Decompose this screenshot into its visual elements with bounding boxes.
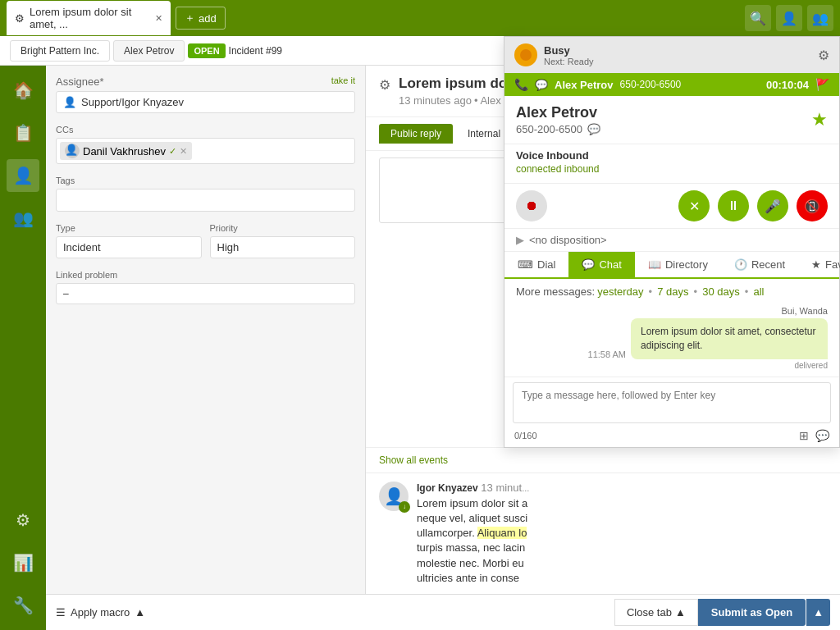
chat-bubble: Lorem ipsum dolor sit amet, consectetur … xyxy=(631,318,828,359)
30days-link[interactable]: 30 days xyxy=(702,285,740,298)
take-it-link[interactable]: take it xyxy=(331,75,355,88)
ccs-group: CCs 👤 Danil Vakhrushev ✓ ✕ xyxy=(56,125,355,164)
chat-content: More messages: yesterday • 7 days • 30 d… xyxy=(504,279,839,377)
highlight-text: Aliquam lo xyxy=(477,527,527,539)
alex-petrov-btn[interactable]: Alex Petrov xyxy=(113,40,185,62)
submit-dropdown-icon: ▲ xyxy=(813,606,824,619)
phone-icon: 📞 xyxy=(514,78,528,91)
chat-msg-time: 11:58 AM xyxy=(588,349,626,359)
next-status-text: Next: Ready xyxy=(544,57,594,66)
panel-tabs: ⌨ Dial 💬 Chat 📖 Directory 🕐 Recent ★ Fav… xyxy=(504,252,839,279)
sidebar-settings-gear-icon[interactable]: ⚙ xyxy=(7,504,39,536)
disposition-text: <no disposition> xyxy=(529,234,607,246)
priority-input[interactable]: High xyxy=(210,236,356,258)
mute-button[interactable]: 🎤 xyxy=(757,190,788,221)
close-chevron-icon: ▲ xyxy=(675,606,686,619)
cc-check-icon: ✓ xyxy=(169,146,176,157)
submit-button[interactable]: Submit as Open xyxy=(698,599,806,626)
reject-button[interactable]: ✕ xyxy=(678,190,710,221)
caller-number-bar: 650-200-6500 xyxy=(620,79,682,90)
type-label: Type xyxy=(56,223,202,233)
macro-arrow-icon: ▲ xyxy=(135,606,145,619)
priority-value: High xyxy=(217,241,240,253)
add-label: add xyxy=(199,12,217,25)
chat-delivered: delivered xyxy=(516,361,828,370)
apply-macro-label: Apply macro xyxy=(71,606,130,619)
tags-group: Tags xyxy=(56,176,355,212)
tab-title: Lorem ipsum dolor sit amet, ... xyxy=(30,6,150,30)
voice-inbound: Voice Inbound connected inbound xyxy=(504,144,839,184)
message-input[interactable] xyxy=(513,382,831,423)
chat-msg-row: 11:58 AM Lorem ipsum dolor sit amet, con… xyxy=(516,318,828,359)
sidebar-list-icon[interactable]: 📋 xyxy=(7,116,39,149)
assignee-input[interactable]: 👤 Support/Igor Knyazev xyxy=(56,91,355,113)
sidebar-contact-icon[interactable]: 👥 xyxy=(7,202,39,235)
convo-gear-icon[interactable]: ⚙ xyxy=(379,77,390,93)
7days-link[interactable]: 7 days xyxy=(657,285,688,298)
sidebar-home-icon[interactable]: 🏠 xyxy=(7,74,39,107)
sidebar-admin-icon[interactable]: 🔧 xyxy=(7,589,39,622)
cc-area[interactable]: 👤 Danil Vakhrushev ✓ ✕ xyxy=(56,138,355,164)
bottom-right-actions: Close tab ▲ Submit as Open ▲ xyxy=(614,599,830,626)
open-badge: OPEN xyxy=(188,43,225,58)
apply-macro-button[interactable]: ☰ Apply macro ▲ xyxy=(56,606,145,619)
hangup-button[interactable]: 📵 xyxy=(797,190,828,221)
pause-button[interactable]: ⏸ xyxy=(718,190,749,221)
panel-gear-icon[interactable]: ⚙ xyxy=(818,48,829,63)
chat-icon: 💬 xyxy=(535,79,548,91)
linked-input[interactable] xyxy=(56,283,355,304)
message-input-area: 0/160 ⊞ 💬 xyxy=(504,377,839,447)
incident-label: Incident #99 xyxy=(229,45,282,57)
list-icon: ☰ xyxy=(56,606,66,619)
contact-number: 650-200-6500 💬 xyxy=(516,123,600,135)
cc-remove-icon[interactable]: ✕ xyxy=(180,146,187,157)
type-input[interactable]: Incident xyxy=(56,236,202,258)
add-button[interactable]: ＋ add xyxy=(176,7,226,30)
directory-book-icon: 📖 xyxy=(648,258,661,271)
top-icons: 🔍 👤 👥 xyxy=(745,5,833,31)
submit-arrow-button[interactable]: ▲ xyxy=(806,599,830,626)
sidebar-chart-icon[interactable]: 📊 xyxy=(7,546,39,579)
top-bar: ⚙ Lorem ipsum dolor sit amet, ... ✕ ＋ ad… xyxy=(0,0,840,36)
emoji-button[interactable]: 💬 xyxy=(815,429,829,442)
assignee-label: Assignee* take it xyxy=(56,75,355,88)
profile-icon[interactable]: 👥 xyxy=(807,5,833,31)
priority-group: Priority High xyxy=(210,223,356,258)
attachment-button[interactable]: ⊞ xyxy=(799,429,809,442)
plus-icon: ＋ xyxy=(185,11,195,25)
tags-input[interactable] xyxy=(56,189,355,212)
tab-directory[interactable]: 📖 Directory xyxy=(635,252,721,279)
active-tab[interactable]: ⚙ Lorem ipsum dolor sit amet, ... ✕ xyxy=(7,1,171,35)
user-icon: 👤 xyxy=(63,96,76,108)
close-tab-icon[interactable]: ✕ xyxy=(155,13,162,24)
yesterday-link[interactable]: yesterday xyxy=(597,285,643,298)
favorite-star-icon[interactable]: ★ xyxy=(811,109,828,130)
avatar-badge: ↓ xyxy=(399,501,410,513)
favorites-star-icon: ★ xyxy=(811,258,821,271)
record-button[interactable]: ⏺ xyxy=(516,190,547,221)
tab-favorites[interactable]: ★ Favorites xyxy=(798,252,840,279)
left-sidebar: 🏠 📋 👤 👥 ⚙ 📊 🔧 xyxy=(0,66,46,630)
user-settings-icon[interactable]: 👤 xyxy=(776,5,802,31)
submit-label: Submit as xyxy=(711,606,762,619)
tab-chat[interactable]: 💬 Chat xyxy=(568,252,634,279)
close-tab-button[interactable]: Close tab ▲ xyxy=(614,599,698,626)
public-reply-tab[interactable]: Public reply xyxy=(379,124,453,144)
tab-recent[interactable]: 🕐 Recent xyxy=(721,252,798,279)
all-link[interactable]: all xyxy=(753,285,764,298)
tab-dial[interactable]: ⌨ Dial xyxy=(504,252,568,279)
ccs-label: CCs xyxy=(56,125,355,135)
type-group: Type Incident xyxy=(56,223,202,258)
sidebar-users-icon[interactable]: 👤 xyxy=(7,159,39,192)
bright-pattern-btn[interactable]: Bright Pattern Inc. xyxy=(10,40,110,62)
char-count: 0/160 xyxy=(514,431,537,441)
show-all-events[interactable]: Show all events xyxy=(366,447,840,472)
close-tab-label: Close tab xyxy=(627,606,672,619)
chat-message-container: Bui, Wanda 11:58 AM Lorem ipsum dolor si… xyxy=(516,306,828,370)
disposition[interactable]: ▶ <no disposition> xyxy=(504,229,839,252)
recent-clock-icon: 🕐 xyxy=(734,258,747,271)
msg-input-footer: 0/160 ⊞ 💬 xyxy=(513,426,831,442)
priority-label: Priority xyxy=(210,223,356,233)
search-icon[interactable]: 🔍 xyxy=(745,5,771,31)
status-dot-inner xyxy=(520,49,532,61)
